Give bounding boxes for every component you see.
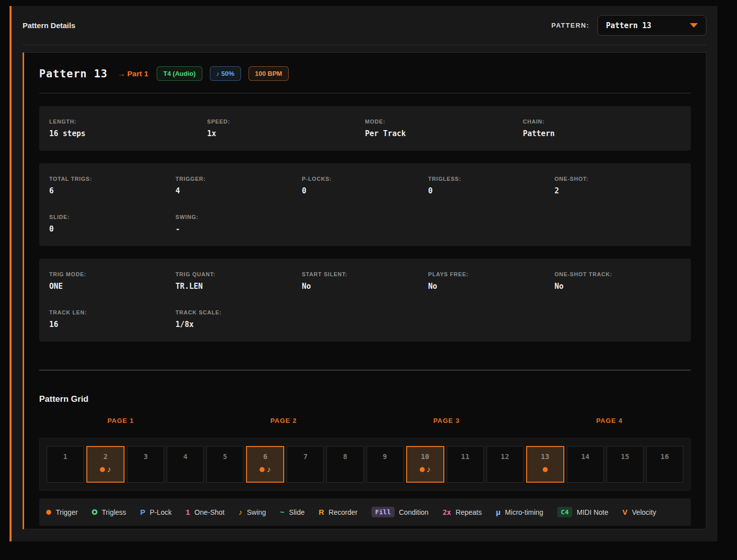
field-swing: SWING:- [176,214,302,234]
step-cell-13[interactable]: 13 [526,446,564,483]
step-cell-3[interactable]: 3 [127,446,164,483]
step-number: 16 [647,453,683,461]
swing-note-icon: ♪ [267,466,271,473]
legend-item-repeats: 2xRepeats [443,508,482,516]
steps-row: 12♪3456♪78910♪111213141516 [47,446,683,483]
step-cell-8[interactable]: 8 [326,446,363,483]
step-cell-11[interactable]: 11 [447,446,484,483]
field-value: 16 steps [49,129,207,138]
step-number: 9 [367,453,403,461]
step-cell-2[interactable]: 2♪ [86,446,125,483]
page-label-1: PAGE 1 [39,417,202,424]
pattern-title: Pattern 13 [39,68,107,80]
field-label: TRIG MODE: [49,271,176,277]
field-label: PLAYS FREE: [428,271,555,277]
step-cell-12[interactable]: 12 [486,446,524,483]
trigger-icon [100,467,105,472]
pattern-dropdown-value: Pattern 13 [606,21,651,30]
step-markers [128,466,164,474]
legend-label: Repeats [456,508,482,516]
midi-note-icon: C4 [557,507,572,517]
field-value: 6 [49,186,176,195]
slide-icon: ~ [280,508,285,516]
pattern-grid-heading: Pattern Grid [39,394,691,404]
field-total-trigs: TOTAL TRIGS:6 [49,176,176,195]
field-mode: MODE:Per Track [365,119,523,138]
field-track-scale: TRACK SCALE:1/8x [176,309,302,329]
field-value: ONE [49,282,176,291]
step-markers [167,466,203,474]
field-speed: SPEED:1x [207,119,365,138]
step-number: 11 [447,453,483,461]
step-markers [527,466,563,474]
step-markers [207,466,243,474]
legend-label: MIDI Note [577,508,608,516]
step-cell-5[interactable]: 5 [206,446,243,483]
micro-timing-icon: μ [496,508,501,516]
step-number: 8 [327,453,363,461]
field-value: 0 [302,186,428,195]
step-markers [327,466,363,474]
velocity-icon: V [623,508,628,516]
step-number: 13 [527,453,563,461]
step-cell-1[interactable]: 1 [47,446,84,483]
legend-label: Trigger [56,508,78,516]
trigger-icon [260,467,265,472]
field-value: 1x [207,129,365,138]
pattern-dropdown[interactable]: Pattern 13 [597,15,706,36]
step-cell-6[interactable]: 6♪ [246,446,284,483]
field-label: SWING: [176,214,302,220]
legend-item-micro-timing: μMicro-timing [496,508,543,516]
one-shot-icon: 1 [186,508,190,516]
legend-label: Micro-timing [505,508,543,516]
field-trigger: TRIGGER:4 [176,176,302,195]
field-length: LENGTH:16 steps [49,119,207,138]
field-label: TOTAL TRIGS: [49,176,176,182]
field-label: SPEED: [207,119,365,125]
step-markers [647,466,683,474]
field-track-len: TRACK LEN:16 [49,309,176,329]
step-number: 4 [167,453,203,461]
swing-note-icon: ♪ [427,466,431,473]
step-cell-7[interactable]: 7 [287,446,324,483]
legend-item-recorder: RRecorder [319,508,357,516]
legend-item-swing: ♪Swing [238,508,266,516]
step-cell-15[interactable]: 15 [606,446,644,483]
step-cell-14[interactable]: 14 [567,446,604,483]
field-p-locks: P-LOCKS:0 [302,176,428,195]
field-label: P-LOCKS: [302,176,428,182]
field-value: - [176,225,302,234]
step-markers: ♪ [247,466,283,474]
legend-label: Trigless [102,508,127,516]
field-value: 4 [176,186,302,195]
step-markers [607,466,643,474]
pattern-part-link[interactable]: → Part 1 [117,69,148,78]
step-markers [287,466,323,474]
legend-label: Recorder [329,508,358,516]
field-label: TRIGGER: [176,176,302,182]
step-cell-10[interactable]: 10♪ [406,446,444,483]
field-value: TR.LEN [176,282,302,291]
field-label: SLIDE: [49,214,176,220]
field-label: ONE-SHOT: [554,176,681,182]
legend-item-trigger: Trigger [46,508,78,516]
badge-track: T4 (Audio) [157,66,202,81]
legend-item-condition: FillCondition [372,507,428,517]
panel-header: Pattern Details PATTERN: Pattern 13 [23,6,706,45]
field-label: LENGTH: [49,119,207,125]
legend-item-one-shot: 1One-Shot [186,508,224,516]
trigger-icon [46,510,51,515]
step-cell-4[interactable]: 4 [167,446,204,483]
page-labels-row: PAGE 1PAGE 2PAGE 3PAGE 4 [39,417,691,424]
step-cell-16[interactable]: 16 [646,446,683,483]
pattern-card: Pattern 13 → Part 1 T4 (Audio)♪ 50%100 B… [23,52,706,529]
legend-label: Swing [247,508,266,516]
chevron-down-icon [690,23,698,28]
recorder-icon: R [319,508,324,516]
legend-label: Slide [289,508,305,516]
field-value: No [554,282,681,291]
legend-item-slide: ~Slide [280,508,305,516]
step-cell-9[interactable]: 9 [366,446,404,483]
field-plays-free: PLAYS FREE:No [428,271,555,291]
badge-tempo: 100 BPM [249,66,289,81]
